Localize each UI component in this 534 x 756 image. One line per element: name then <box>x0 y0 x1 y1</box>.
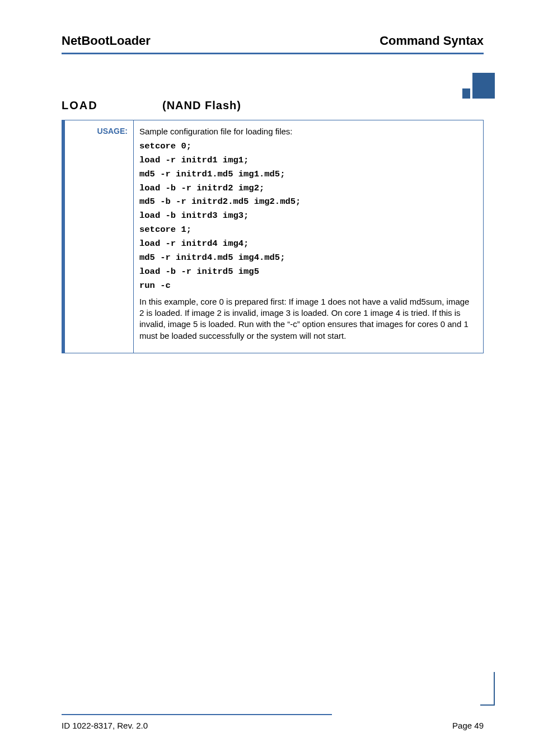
side-tick-icon <box>494 672 495 706</box>
code-line: load -b -r initrd5 img5 <box>139 266 475 278</box>
page-header: NetBootLoader Command Syntax <box>62 34 484 48</box>
usage-label-col: USAGE: <box>62 120 133 353</box>
code-line: run -c <box>139 280 475 292</box>
code-line: setcore 1; <box>139 224 475 236</box>
footer-left: ID 1022-8317, Rev. 2.0 <box>62 721 148 730</box>
code-line: load -b -r initrd2 img2; <box>139 183 475 194</box>
usage-explain: In this example, core 0 is prepared firs… <box>139 296 475 342</box>
corner-decor-icon <box>462 73 495 99</box>
code-line: load -b initrd3 img3; <box>139 210 475 222</box>
code-line: setcore 0; <box>139 141 475 152</box>
header-right: Command Syntax <box>380 34 484 48</box>
code-line: load -r initrd1 img1; <box>139 155 475 166</box>
usage-label: USAGE: <box>97 127 128 136</box>
usage-table: USAGE: Sample configuration file for loa… <box>62 120 484 353</box>
usage-content: Sample configuration file for loading fi… <box>133 120 483 353</box>
section-title: LOAD (NAND Flash) <box>62 99 484 112</box>
command-subtitle: (NAND Flash) <box>162 99 241 112</box>
usage-intro: Sample configuration file for loading fi… <box>139 126 475 137</box>
command-name: LOAD <box>62 99 162 112</box>
header-left: NetBootLoader <box>62 34 151 48</box>
page-footer: ID 1022-8317, Rev. 2.0 Page 49 <box>62 714 484 730</box>
code-line: md5 -r initrd4.md5 img4.md5; <box>139 252 475 264</box>
footer-rule <box>62 714 332 715</box>
code-line: md5 -b -r initrd2.md5 img2.md5; <box>139 196 475 208</box>
code-line: md5 -r initrd1.md5 img1.md5; <box>139 169 475 180</box>
code-line: load -r initrd4 img4; <box>139 238 475 250</box>
header-rule <box>62 53 484 54</box>
footer-right: Page 49 <box>452 721 484 730</box>
